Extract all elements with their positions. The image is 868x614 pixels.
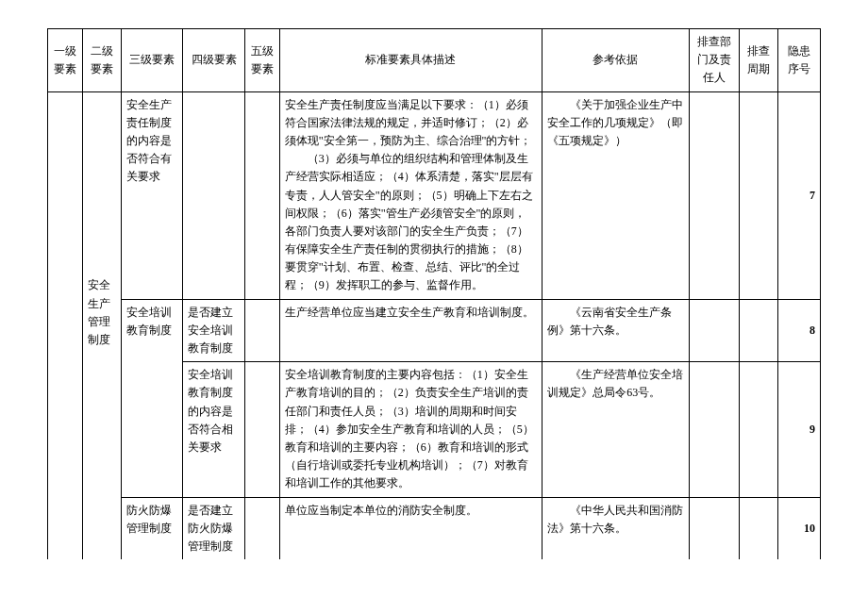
cell-ref: 《关于加强企业生产中安全工作的几项规定》（即《五项规定》） (542, 91, 690, 299)
ref-text: 《关于加强企业生产中安全工作的几项规定》（即《五项规定》） (547, 96, 684, 151)
cell-l5 (244, 91, 279, 299)
cell-cycle (739, 362, 777, 497)
cell-l4: 安全培训教育制度的内容是否符合相关要求 (183, 362, 245, 497)
requirements-table: 一级要素 二级要素 三级要素 四级要素 五级要素 标准要素具体描述 参考依据 排… (47, 28, 821, 559)
cell-desc: 单位应当制定本单位的消防安全制度。 (279, 497, 542, 559)
cell-ref: 《云南省安全生产条例》第十六条。 (542, 299, 690, 362)
header-description: 标准要素具体描述 (279, 29, 542, 92)
cell-l3: 防火防爆管理制度 (121, 497, 183, 559)
cell-l3: 安全培训教育制度 (121, 299, 183, 497)
desc-p2: （3）必须与单位的组织结构和管理体制及生产经营实际相适应；（4）体系清楚，落实"… (285, 150, 537, 295)
cell-seq: 7 (777, 91, 820, 299)
cell-l4: 是否建立安全培训教育制度 (183, 299, 245, 362)
cell-l1 (48, 91, 83, 559)
table-row: 安全生产管理制度 安全生产责任制度的内容是否符合有关要求 安全生产责任制度应当满… (48, 91, 821, 299)
cell-l5 (244, 299, 279, 362)
cell-desc: 安全培训教育制度的主要内容包括：（1）安全生产教育培训的目的；（2）负责安全生产… (279, 362, 542, 497)
cell-l3: 安全生产责任制度的内容是否符合有关要求 (121, 91, 183, 299)
header-dept: 排查部门及责任人 (689, 29, 739, 92)
cell-ref: 《中华人民共和国消防法》第十六条。 (542, 497, 690, 559)
cell-seq: 9 (777, 362, 820, 497)
ref-text: 《云南省安全生产条例》第十六条。 (547, 304, 684, 340)
cell-seq: 10 (777, 497, 820, 559)
header-row: 一级要素 二级要素 三级要素 四级要素 五级要素 标准要素具体描述 参考依据 排… (48, 29, 821, 92)
ref-text: 《中华人民共和国消防法》第十六条。 (547, 502, 684, 538)
cell-desc: 安全生产责任制度应当满足以下要求：（1）必须符合国家法律法规的规定，并适时修订；… (279, 91, 542, 299)
desc-p1: 安全生产责任制度应当满足以下要求：（1）必须符合国家法律法规的规定，并适时修订；… (285, 98, 532, 147)
l2-label: 安全生产管理制度 (88, 278, 110, 346)
cell-ref: 《生产经营单位安全培训规定》总局令63号。 (542, 362, 690, 497)
header-level3: 三级要素 (121, 29, 183, 92)
cell-dept (689, 362, 739, 497)
table-row: 防火防爆管理制度 是否建立防火防爆管理制度 单位应当制定本单位的消防安全制度。 … (48, 497, 821, 559)
ref-text: 《生产经营单位安全培训规定》总局令63号。 (547, 366, 684, 402)
cell-desc: 生产经营单位应当建立安全生产教育和培训制度。 (279, 299, 542, 362)
header-level1: 一级要素 (48, 29, 83, 92)
header-level4: 四级要素 (183, 29, 245, 92)
table-row: 安全培训教育制度 是否建立安全培训教育制度 生产经营单位应当建立安全生产教育和培… (48, 299, 821, 362)
cell-l2: 安全生产管理制度 (82, 91, 121, 559)
cell-seq: 8 (777, 299, 820, 362)
cell-cycle (739, 91, 777, 299)
cell-dept (689, 299, 739, 362)
cell-l5 (244, 497, 279, 559)
cell-l4 (183, 91, 245, 299)
header-reference: 参考依据 (542, 29, 690, 92)
cell-dept (689, 497, 739, 559)
header-level5: 五级要素 (244, 29, 279, 92)
header-cycle: 排查周期 (739, 29, 777, 92)
cell-l5 (244, 362, 279, 497)
header-level2: 二级要素 (82, 29, 121, 92)
header-seq: 隐患序号 (777, 29, 820, 92)
cell-cycle (739, 299, 777, 362)
cell-dept (689, 91, 739, 299)
cell-l4: 是否建立防火防爆管理制度 (183, 497, 245, 559)
cell-cycle (739, 497, 777, 559)
